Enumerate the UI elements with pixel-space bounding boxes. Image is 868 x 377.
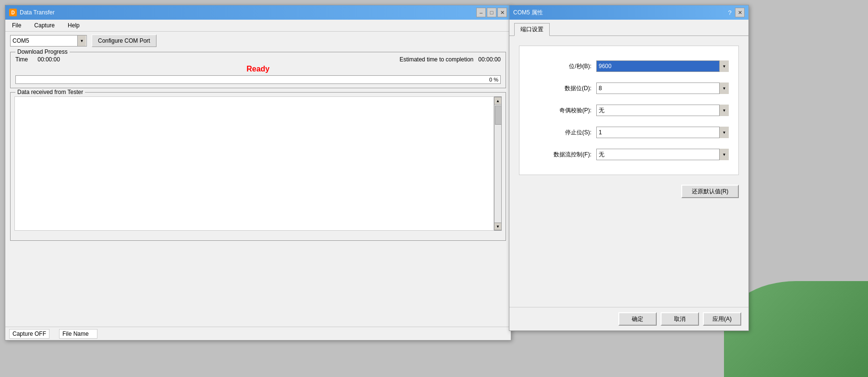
com5-window-title: COM5 属性 (513, 9, 543, 17)
progress-info-row: Time 00:00:00 Estimated time to completi… (15, 56, 501, 63)
com-port-select[interactable]: COM5 COM1 COM2 COM3 COM4 (10, 35, 87, 47)
estimated-label: Estimated time to completion (399, 56, 473, 63)
status-bar: Capture OFF File Name (5, 327, 511, 340)
baud-rate-select[interactable]: 9600 110 300 600 1200 2400 4800 14400 19… (596, 60, 729, 72)
title-bar-controls: – □ ✕ (476, 8, 507, 17)
menu-bar: File Capture Help (5, 20, 511, 32)
vertical-scrollbar[interactable]: ▲ ▼ (494, 96, 502, 231)
data-textarea-wrapper: ▲ ▼ (14, 96, 502, 231)
close-button[interactable]: ✕ (497, 8, 507, 17)
scrollbar-thumb[interactable] (495, 106, 502, 125)
com5-title-left: COM5 属性 (513, 9, 543, 17)
time-value: 00:00:00 (37, 56, 60, 63)
stop-bits-row: 停止位(S): 1 1.5 2 ▼ (529, 127, 729, 138)
menu-file[interactable]: File (9, 21, 24, 30)
data-received-textarea[interactable] (14, 96, 494, 231)
estimated-value: 00:00:00 (478, 56, 501, 63)
flow-control-row: 数据流控制(F): 无 硬件 Xon/Xoff ▼ (529, 149, 729, 160)
parity-label: 奇偶校验(P): (529, 106, 591, 115)
baud-rate-select-wrapper: 9600 110 300 600 1200 2400 4800 14400 19… (596, 60, 729, 72)
data-transfer-window: D Data Transfer – □ ✕ File Capture Help … (5, 5, 511, 341)
parity-select-wrapper: 无 奇 偶 标记 空格 ▼ (596, 105, 729, 116)
data-bits-select-wrapper: 5 6 7 8 ▼ (596, 82, 729, 94)
scrollbar-up-button[interactable]: ▲ (494, 97, 502, 105)
settings-box: 位/秒(B): 9600 110 300 600 1200 2400 4800 … (519, 46, 739, 175)
stop-bits-select-wrapper: 1 1.5 2 ▼ (596, 127, 729, 138)
com5-title-bar: COM5 属性 ? ✕ (509, 5, 748, 20)
data-transfer-title-bar: D Data Transfer – □ ✕ (5, 5, 511, 20)
minimize-button[interactable]: – (476, 8, 486, 17)
time-label: Time (15, 56, 28, 63)
com5-properties-window: COM5 属性 ? ✕ 端口设置 位/秒(B): 9600 110 300 60… (509, 5, 749, 331)
title-bar-left: D Data Transfer (9, 9, 55, 16)
progress-percent-text: 0 % (489, 77, 498, 82)
cancel-button[interactable]: 取消 (661, 312, 699, 326)
parity-select[interactable]: 无 奇 偶 标记 空格 (596, 105, 729, 116)
com5-controls: ? ✕ (725, 8, 745, 17)
estimated-text: Estimated time to completion 00:00:00 (399, 56, 501, 63)
app-icon: D (9, 9, 17, 16)
menu-help[interactable]: Help (65, 21, 83, 30)
baud-rate-label: 位/秒(B): (529, 62, 591, 71)
data-received-group: Data received from Tester ▲ ▼ (10, 92, 506, 241)
com5-close-button[interactable]: ✕ (735, 8, 745, 17)
download-progress-group: Download Progress Time 00:00:00 Estimate… (10, 52, 506, 88)
stop-bits-select[interactable]: 1 1.5 2 (596, 127, 729, 138)
progress-bar-container: 0 % (15, 75, 501, 84)
ready-status-text: Ready (15, 65, 501, 73)
data-bits-label: 数据位(D): (529, 84, 591, 93)
ok-button[interactable]: 确定 (618, 312, 657, 326)
toolbar: COM5 COM1 COM2 COM3 COM4 ▼ Configure COM… (5, 32, 511, 50)
capture-status: Capture OFF (9, 329, 49, 339)
com-port-wrapper: COM5 COM1 COM2 COM3 COM4 ▼ (10, 35, 87, 47)
data-bits-select[interactable]: 5 6 7 8 (596, 82, 729, 94)
baud-rate-row: 位/秒(B): 9600 110 300 600 1200 2400 4800 … (529, 60, 729, 72)
configure-com-port-button[interactable]: Configure COM Port (92, 35, 157, 47)
flow-control-select-wrapper: 无 硬件 Xon/Xoff ▼ (596, 149, 729, 160)
stop-bits-label: 停止位(S): (529, 129, 591, 137)
parity-row: 奇偶校验(P): 无 奇 偶 标记 空格 ▼ (529, 105, 729, 116)
scrollbar-down-button[interactable]: ▼ (494, 223, 502, 230)
apply-button[interactable]: 应用(A) (703, 312, 741, 326)
flow-control-select[interactable]: 无 硬件 Xon/Xoff (596, 149, 729, 160)
scrollbar-track[interactable] (494, 105, 501, 223)
window-title: Data Transfer (20, 9, 55, 16)
download-progress-label: Download Progress (15, 48, 70, 55)
menu-capture[interactable]: Capture (31, 21, 58, 30)
settings-content: 位/秒(B): 9600 110 300 600 1200 2400 4800 … (509, 36, 748, 208)
restore-defaults-button[interactable]: 还原默认值(R) (681, 185, 739, 198)
data-received-label: Data received from Tester (15, 89, 85, 95)
tab-port-settings[interactable]: 端口设置 (514, 23, 550, 36)
file-name-status: File Name (59, 329, 97, 339)
tab-bar: 端口设置 (509, 20, 748, 36)
restore-button[interactable]: □ (487, 8, 496, 17)
help-icon[interactable]: ? (725, 8, 734, 17)
flow-control-label: 数据流控制(F): (529, 151, 591, 159)
data-bits-row: 数据位(D): 5 6 7 8 ▼ (529, 82, 729, 94)
com5-footer: 确定 取消 应用(A) (509, 307, 748, 330)
